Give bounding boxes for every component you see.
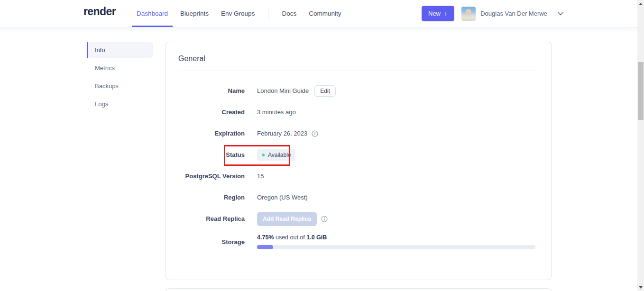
status-dot-icon (262, 154, 265, 156)
info-icon[interactable] (312, 130, 318, 137)
scrollbar-up-arrow-icon[interactable] (639, 3, 643, 5)
expiration-row: Expiration February 26, 2023 (166, 123, 551, 144)
card-title-divider (178, 71, 539, 71)
storage-middle-text: used out of (274, 234, 306, 241)
nav-divider (268, 8, 268, 20)
region-row: Region Oregon (US West) (166, 187, 551, 208)
postgresql-version-row: PostgreSQL Version 15 (166, 165, 551, 187)
status-badge-text: Available (268, 152, 291, 158)
name-label: Name (166, 87, 245, 94)
expiration-label: Expiration (166, 130, 245, 137)
info-rows: Name London Mini Guide Edit Created 3 mi… (166, 80, 551, 254)
nav-community[interactable]: Community (303, 0, 347, 27)
user-avatar[interactable] (461, 7, 476, 21)
storage-progress-track (257, 245, 535, 249)
scrollbar-down-arrow-icon[interactable] (639, 286, 643, 289)
status-label: Status (166, 151, 245, 158)
storage-total: 1.0 GiB (306, 234, 327, 241)
storage-usage-text: 4.75% used out of 1.0 GiB (257, 234, 535, 241)
nav-env-groups[interactable]: Env Groups (215, 0, 261, 27)
name-value: London Mini Guide (257, 87, 309, 94)
general-card: General Name London Mini Guide Edit Crea… (166, 42, 552, 280)
status-badge: Available (257, 149, 295, 161)
storage-label: Storage (166, 238, 245, 246)
nav-dashboard[interactable]: Dashboard (130, 0, 174, 27)
primary-nav: Dashboard Blueprints Env Groups Docs Com… (130, 0, 347, 27)
sidebar-item-label: Backups (95, 82, 119, 90)
sidebar-item-metrics[interactable]: Metrics (87, 60, 153, 76)
name-row: Name London Mini Guide Edit (166, 80, 551, 101)
created-row: Created 3 minutes ago (166, 101, 551, 123)
chevron-down-icon[interactable] (558, 12, 563, 16)
scrollbar-thumb[interactable] (638, 62, 644, 120)
header-right-group: New + Douglas Van Der Merwe (422, 0, 563, 27)
nav-docs[interactable]: Docs (276, 0, 303, 27)
sidebar-item-logs[interactable]: Logs (87, 96, 153, 112)
edit-button[interactable]: Edit (314, 85, 336, 97)
page-scrollbar[interactable] (637, 0, 644, 291)
sidebar-item-label: Info (95, 46, 105, 54)
user-name[interactable]: Douglas Van Der Merwe (480, 10, 547, 17)
service-sidebar: Info Metrics Backups Logs (87, 42, 153, 114)
sidebar-item-backups[interactable]: Backups (87, 78, 153, 94)
created-label: Created (166, 109, 245, 116)
postgresql-version-value: 15 (257, 173, 264, 180)
add-read-replica-button[interactable]: Add Read Replica (257, 212, 317, 226)
region-label: Region (166, 194, 245, 201)
read-replica-row: Read Replica Add Read Replica (166, 208, 551, 229)
storage-row: Storage 4.75% used out of 1.0 GiB (166, 229, 551, 254)
new-button[interactable]: New + (422, 6, 454, 21)
next-card-top-edge (166, 288, 552, 291)
render-logo[interactable]: render (83, 5, 116, 18)
plus-icon: + (444, 11, 448, 16)
header-divider-band (0, 27, 637, 30)
nav-blueprints[interactable]: Blueprints (174, 0, 215, 27)
storage-used-percent: 4.75% (257, 234, 274, 241)
postgresql-version-label: PostgreSQL Version (166, 173, 245, 180)
region-value: Oregon (US West) (257, 194, 308, 201)
storage-progress-fill (257, 245, 273, 249)
sidebar-item-info[interactable]: Info (87, 42, 153, 58)
top-header: render Dashboard Blueprints Env Groups D… (0, 0, 637, 27)
sidebar-item-label: Metrics (95, 64, 115, 72)
new-button-label: New (428, 10, 441, 17)
card-title: General (178, 55, 551, 63)
created-value: 3 minutes ago (257, 109, 296, 116)
read-replica-label: Read Replica (166, 215, 245, 222)
info-icon[interactable] (321, 216, 328, 222)
sidebar-item-label: Logs (95, 100, 108, 108)
status-row: Status Available (166, 144, 551, 165)
expiration-value: February 26, 2023 (257, 130, 307, 137)
